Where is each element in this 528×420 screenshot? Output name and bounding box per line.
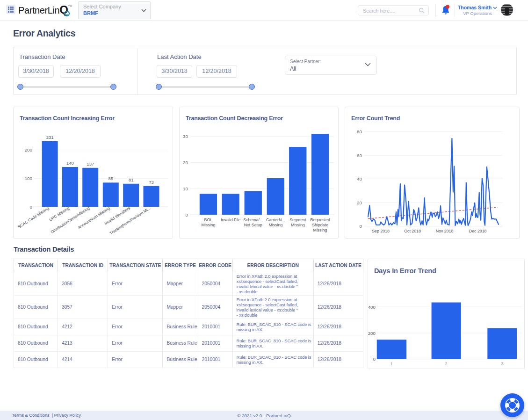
svg-text:Shipdate: Shipdate xyxy=(312,223,328,227)
svg-text:81: 81 xyxy=(129,177,134,182)
svg-text:140: 140 xyxy=(66,160,74,166)
svg-text:200: 200 xyxy=(368,331,376,336)
svg-text:0: 0 xyxy=(30,204,33,210)
svg-text:Segment: Segment xyxy=(289,217,306,222)
svg-text:Oct 2018: Oct 2018 xyxy=(404,229,421,233)
svg-text:Nov 2018: Nov 2018 xyxy=(436,229,454,233)
svg-text:1: 1 xyxy=(390,362,392,366)
svg-text:40: 40 xyxy=(357,176,362,181)
svg-text:200: 200 xyxy=(25,147,33,152)
svg-text:231: 231 xyxy=(46,135,54,140)
svg-text:0: 0 xyxy=(186,212,188,217)
svg-text:Missing: Missing xyxy=(313,228,327,232)
svg-text:Invalid File: Invalid File xyxy=(221,217,240,222)
svg-text:73: 73 xyxy=(149,180,154,185)
svg-text:400: 400 xyxy=(368,304,376,310)
svg-text:Requested: Requested xyxy=(310,217,330,222)
svg-text:BOL: BOL xyxy=(204,217,213,222)
svg-text:Missing: Missing xyxy=(268,223,282,227)
svg-text:85: 85 xyxy=(108,176,114,181)
svg-text:SCAC Code Missing: SCAC Code Missing xyxy=(17,206,50,230)
svg-text:Sep 2018: Sep 2018 xyxy=(372,229,390,233)
svg-text:Missing: Missing xyxy=(201,223,215,227)
svg-text:0: 0 xyxy=(373,356,376,362)
svg-text:2: 2 xyxy=(445,362,447,366)
svg-text:137: 137 xyxy=(87,161,94,167)
svg-text:Dec 2018: Dec 2018 xyxy=(469,229,487,233)
svg-text:0: 0 xyxy=(360,224,362,229)
svg-text:Missing: Missing xyxy=(291,223,305,227)
svg-text:Schema/...: Schema/... xyxy=(243,217,263,222)
svg-text:80: 80 xyxy=(357,129,362,134)
svg-text:100: 100 xyxy=(25,176,33,181)
svg-text:20: 20 xyxy=(183,160,188,165)
svg-text:Not Setup: Not Setup xyxy=(244,223,262,227)
svg-text:3: 3 xyxy=(501,362,503,366)
svg-text:60: 60 xyxy=(357,153,362,158)
svg-text:20: 20 xyxy=(357,200,362,205)
svg-text:DistributionCenterMissing: DistributionCenterMissing xyxy=(50,206,91,234)
svg-text:10: 10 xyxy=(183,186,188,191)
svg-text:30: 30 xyxy=(183,134,188,139)
svg-text:CarrierN...: CarrierN... xyxy=(266,217,285,222)
